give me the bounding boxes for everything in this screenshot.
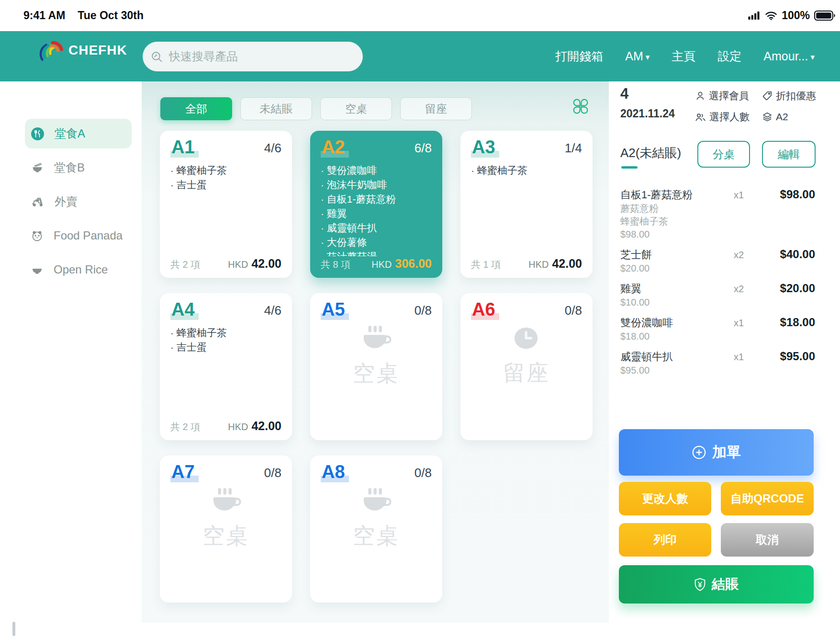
currency-label: HKD xyxy=(228,422,248,432)
self-qrcode-button[interactable]: 自助QRCODE xyxy=(721,482,814,515)
order-item-unit-price: $95.00 xyxy=(620,364,815,377)
filter-tab-unsettled[interactable]: 未結賬 xyxy=(240,97,312,120)
product-search[interactable] xyxy=(143,42,363,71)
order-item-option: 蘑菇意粉 xyxy=(620,202,815,215)
order-title-underline xyxy=(621,166,638,169)
table-card-A8[interactable]: A80/8空桌 xyxy=(310,456,442,603)
order-item-qty: x2 xyxy=(734,250,765,261)
table-card-A2[interactable]: A26/8雙份濃咖啡泡沫牛奶咖啡自板1-蘑菇意粉雞翼威靈頓牛扒大份薯條茄汁蘑菇湯… xyxy=(310,131,442,278)
table-card-footer: 共 8 項HKD306.00 xyxy=(321,257,432,271)
quick-action-label: 選擇人數 xyxy=(709,110,750,124)
currency-label: HKD xyxy=(371,259,392,270)
table-items-count: 共 2 項 xyxy=(170,258,200,271)
table-card-header: A26/8 xyxy=(321,137,432,158)
sidebar-item-dine-in-a[interactable]: 堂食A xyxy=(25,119,132,148)
sidebar-item-dine-in-b[interactable]: 堂食B xyxy=(25,153,132,182)
order-item-name: 自板1-蘑菇意粉 xyxy=(620,188,734,202)
filter-tab-empty-tables[interactable]: 空桌 xyxy=(320,97,392,120)
table-total: HKD42.00 xyxy=(228,419,281,433)
plus-circle-icon xyxy=(692,445,706,460)
table-total: HKD306.00 xyxy=(371,257,432,271)
grid-view-icon[interactable] xyxy=(572,98,589,115)
order-item-qty: x1 xyxy=(734,318,765,329)
nav-item-shift-am[interactable]: AM▾ xyxy=(625,49,650,63)
table-card-A1[interactable]: A14/6蜂蜜柚子茶吉士蛋共 2 項HKD42.00 xyxy=(160,131,292,278)
search-input[interactable] xyxy=(168,49,358,64)
table-id: A6 xyxy=(471,299,499,320)
business-date: 2021.11.24 xyxy=(620,107,675,120)
clock-icon xyxy=(513,326,540,351)
table-order-item: 茄汁蘑菇湯 xyxy=(321,250,432,256)
table-cards-grid: A14/6蜂蜜柚子茶吉士蛋共 2 項HKD42.00A26/8雙份濃咖啡泡沫牛奶… xyxy=(160,131,593,603)
nav-item-home[interactable]: 主頁 xyxy=(672,48,695,64)
table-card-A3[interactable]: A31/4蜂蜜柚子茶共 1 項HKD42.00 xyxy=(460,131,593,278)
edit-order-button[interactable]: 編輯 xyxy=(762,141,816,168)
nav-item-open-cash-drawer[interactable]: 打開錢箱 xyxy=(555,48,603,64)
table-card-A6[interactable]: A60/8留座 xyxy=(460,293,593,440)
split-table-button[interactable]: 分桌 xyxy=(697,141,750,168)
checkout-button[interactable]: 結賬 xyxy=(619,565,814,604)
order-item-qty: x1 xyxy=(734,190,765,201)
table-card-header: A70/8 xyxy=(170,462,281,482)
quick-action-discount[interactable]: 折扣優惠 xyxy=(762,89,816,103)
checkout-label: 結賬 xyxy=(712,575,739,593)
add-order-button[interactable]: 加單 xyxy=(619,429,814,476)
sidebar-scrollbar[interactable] xyxy=(12,622,15,636)
cancel-button[interactable]: 取消 xyxy=(721,523,814,557)
nav-item-label: 打開錢箱 xyxy=(555,48,603,64)
nav-item-account-amour[interactable]: Amour...▾ xyxy=(763,49,815,63)
currency-label: HKD xyxy=(228,259,248,270)
table-items-count: 共 2 項 xyxy=(170,421,200,433)
filter-tab-reserved[interactable]: 留座 xyxy=(400,97,472,120)
table-card-A4[interactable]: A44/6蜂蜜柚子茶吉士蛋共 2 項HKD42.00 xyxy=(160,293,292,440)
order-item[interactable]: 雙份濃咖啡x1$18.00$18.00 xyxy=(620,316,815,343)
print-button[interactable]: 列印 xyxy=(619,523,711,557)
order-item[interactable]: 自板1-蘑菇意粉x1$98.00蘑菇意粉蜂蜜柚子茶$98.00 xyxy=(620,188,815,241)
table-order-items: 蜂蜜柚子茶吉士蛋 xyxy=(170,326,281,354)
delivery-scooter-icon xyxy=(31,196,44,208)
filter-tab-all[interactable]: 全部 xyxy=(160,97,232,120)
table-occupancy: 0/8 xyxy=(565,303,582,318)
currency-label: HKD xyxy=(528,259,549,270)
table-occupancy: 0/8 xyxy=(414,303,432,318)
table-placeholder: 空桌 xyxy=(310,326,442,388)
sidebar-item-open-rice[interactable]: Open Rice xyxy=(25,255,132,285)
table-occupancy: 0/8 xyxy=(414,466,432,480)
sidebar-item-takeaway[interactable]: 外賣 xyxy=(25,187,132,216)
table-card-header: A44/6 xyxy=(170,299,281,320)
order-item-amount: $98.00 xyxy=(765,188,815,201)
table-placeholder-label: 留座 xyxy=(460,358,593,388)
table-card-A5[interactable]: A50/8空桌 xyxy=(310,293,442,440)
table-card-A7[interactable]: A70/8空桌 xyxy=(160,456,292,603)
coffee-cup-icon xyxy=(360,326,392,351)
quick-action-select-people[interactable]: 選擇人數 xyxy=(695,110,762,124)
sidebar-item-food-panada[interactable]: Food Panada xyxy=(25,221,132,251)
order-item-unit-price: $20.00 xyxy=(620,262,815,275)
table-card-header: A31/4 xyxy=(471,137,582,158)
table-id: A3 xyxy=(471,137,499,158)
quick-action-table-a2[interactable]: A2 xyxy=(762,110,816,124)
utensils-circle-icon xyxy=(31,127,44,140)
table-id: A2 xyxy=(321,137,349,158)
table-order-items: 雙份濃咖啡泡沫牛奶咖啡自板1-蘑菇意粉雞翼威靈頓牛扒大份薯條茄汁蘑菇湯 xyxy=(321,163,432,256)
table-order-item: 蜂蜜柚子茶 xyxy=(170,163,281,178)
order-item[interactable]: 雞翼x2$20.00$10.00 xyxy=(620,282,815,309)
table-items-count: 共 8 項 xyxy=(321,258,350,271)
sidebar-item-label: Food Panada xyxy=(54,229,123,242)
table-id: A4 xyxy=(170,299,199,320)
table-order-items: 蜂蜜柚子茶 xyxy=(471,163,582,178)
nav-item-settings[interactable]: 設定 xyxy=(717,48,741,64)
quick-action-select-member[interactable]: 選擇會員 xyxy=(695,89,762,103)
order-item[interactable]: 芝士餅x2$40.00$20.00 xyxy=(620,248,815,275)
rice-bowl-icon xyxy=(31,264,43,276)
order-items-list: 自板1-蘑菇意粉x1$98.00蘑菇意粉蜂蜜柚子茶$98.00芝士餅x2$40.… xyxy=(620,188,815,384)
order-item[interactable]: 威靈頓牛扒x1$95.00$95.00 xyxy=(620,350,815,377)
table-layers-icon xyxy=(762,112,773,122)
change-people-button[interactable]: 更改人數 xyxy=(619,482,711,515)
order-item-unit-price: $18.00 xyxy=(620,330,815,343)
table-order-item: 大份薯條 xyxy=(321,235,432,250)
sidebar-item-label: 堂食A xyxy=(55,126,85,141)
order-title: A2(未結賬) xyxy=(620,145,681,161)
table-id: A8 xyxy=(321,462,349,482)
table-total: HKD42.00 xyxy=(228,257,281,271)
